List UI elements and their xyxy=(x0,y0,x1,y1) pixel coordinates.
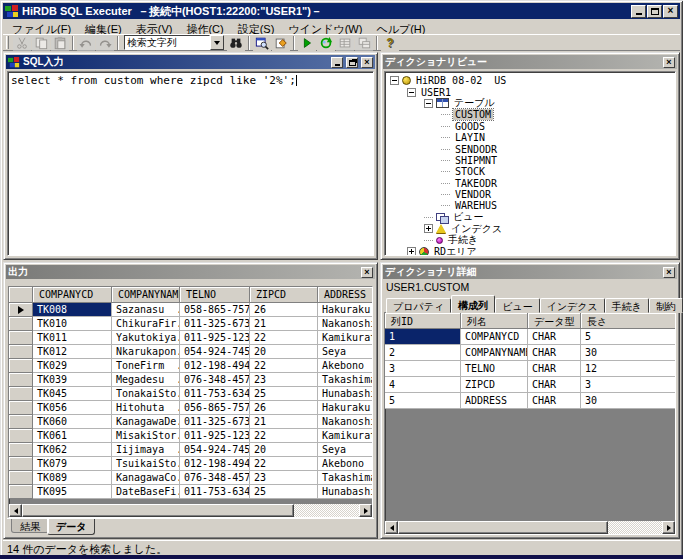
cell[interactable]: CHAR xyxy=(528,377,581,393)
tree-item-13[interactable]: インデクス xyxy=(385,223,675,234)
cell[interactable]: CHAR xyxy=(528,345,581,361)
cell[interactable]: 20 xyxy=(250,345,318,359)
cell[interactable]: Nkarukapon... xyxy=(112,345,180,359)
dictionary-detail-titlebar[interactable]: ディクショナリ詳細 × xyxy=(383,265,677,279)
cell[interactable]: Hunabashi xyxy=(318,485,372,499)
sql-close-button[interactable]: × xyxy=(361,57,373,68)
cell[interactable]: 22 xyxy=(250,457,318,471)
detail-tab-1[interactable]: 構成列 xyxy=(451,295,495,313)
cell[interactable]: Seya xyxy=(318,443,372,457)
cell[interactable]: TK045 xyxy=(33,387,112,401)
sql-restore-button[interactable] xyxy=(346,57,358,68)
output-titlebar[interactable]: 出力 × xyxy=(6,265,375,279)
cell[interactable]: ADDRESS xyxy=(461,393,528,409)
cell[interactable]: 054-924-7456 xyxy=(180,443,250,457)
cell[interactable]: 056-865-7570 xyxy=(180,401,250,415)
cell[interactable]: TK060 xyxy=(33,415,112,429)
menu-item-view[interactable]: 表示(V) xyxy=(129,21,180,34)
cell[interactable]: 076-348-4572 xyxy=(180,373,250,387)
output-close-button[interactable]: × xyxy=(361,267,373,278)
tab-result[interactable]: 結果 xyxy=(11,519,49,533)
collapse-icon[interactable] xyxy=(407,88,416,97)
cell[interactable]: 5 xyxy=(385,393,461,409)
cell[interactable]: Yakutokiya... xyxy=(112,331,180,345)
tree-item-7[interactable]: SHIPMNT xyxy=(385,155,675,166)
cell[interactable]: 12 xyxy=(581,361,675,377)
cell[interactable]: 23 xyxy=(250,373,318,387)
cell[interactable]: Megadesu ... xyxy=(112,373,180,387)
cell[interactable]: 2 xyxy=(385,345,461,361)
tree-item-11[interactable]: WAREHUS xyxy=(385,200,675,211)
scroll-thumb[interactable] xyxy=(22,504,294,517)
result-window-button[interactable] xyxy=(272,35,290,51)
cell[interactable]: TK012 xyxy=(33,345,112,359)
cell[interactable]: 058-865-7570 xyxy=(180,303,250,317)
collapse-icon[interactable] xyxy=(390,76,399,85)
scroll-thumb[interactable] xyxy=(398,521,608,534)
column-header-1[interactable]: 列名 xyxy=(461,313,528,329)
cell[interactable]: 3 xyxy=(581,377,675,393)
expand-icon[interactable] xyxy=(424,224,433,233)
toolbar-grip[interactable] xyxy=(6,36,9,49)
cell[interactable]: Hakuraku xyxy=(318,303,372,317)
column-header-0[interactable]: 列ID xyxy=(385,313,461,329)
row-selector[interactable] xyxy=(9,359,33,373)
cell[interactable]: 5 xyxy=(581,329,675,345)
cell[interactable]: MisakiStor... xyxy=(112,429,180,443)
cell[interactable]: ChikuraFir... xyxy=(112,317,180,331)
row-selector[interactable] xyxy=(9,401,33,415)
cell[interactable]: 011-925-1239 xyxy=(180,331,250,345)
cell[interactable]: Kamikurata xyxy=(318,429,372,443)
maximize-button[interactable] xyxy=(647,5,662,18)
cell[interactable]: Hunabashi xyxy=(318,387,372,401)
cell[interactable]: 012-198-4941 xyxy=(180,359,250,373)
cell[interactable]: 20 xyxy=(250,443,318,457)
column-header-zipcd[interactable]: ZIPCD xyxy=(250,287,318,303)
cell[interactable]: TsuikaiSto... xyxy=(112,457,180,471)
cell[interactable]: TK039 xyxy=(33,373,112,387)
scroll-left-button[interactable] xyxy=(385,521,398,534)
row-selector[interactable] xyxy=(9,317,33,331)
sql-window-button[interactable] xyxy=(253,35,271,51)
sql-minimize-button[interactable] xyxy=(331,57,343,68)
menu-item-edit[interactable]: 編集(E) xyxy=(78,21,129,34)
cell[interactable]: 011-753-6342 xyxy=(180,387,250,401)
tree-item-5[interactable]: LAYIN xyxy=(385,132,675,143)
cell[interactable]: TK056 xyxy=(33,401,112,415)
cell[interactable]: CHAR xyxy=(528,329,581,345)
cell[interactable]: 26 xyxy=(250,401,318,415)
cell[interactable]: TK010 xyxy=(33,317,112,331)
refresh-button[interactable] xyxy=(317,35,335,51)
cell[interactable]: TK011 xyxy=(33,331,112,345)
menu-item-help[interactable]: ヘルプ(H) xyxy=(369,21,432,34)
cell[interactable]: Kamikurata xyxy=(318,331,372,345)
scroll-right-button[interactable] xyxy=(359,504,372,517)
row-selector[interactable] xyxy=(9,457,33,471)
sql-editor[interactable]: select * from custom where zipcd like '2… xyxy=(7,71,374,256)
cell[interactable]: TK061 xyxy=(33,429,112,443)
detail-tab-5[interactable]: 制約 xyxy=(649,298,683,313)
cell[interactable]: 21 xyxy=(250,317,318,331)
cell[interactable]: Hakuraku xyxy=(318,401,372,415)
minimize-button[interactable] xyxy=(631,5,646,18)
cell[interactable]: 22 xyxy=(250,359,318,373)
tree-item-3[interactable]: CUSTOM xyxy=(385,109,675,120)
dictionary-detail-close-button[interactable]: × xyxy=(663,267,675,278)
tree-item-15[interactable]: RDエリア xyxy=(385,246,675,256)
cell[interactable]: CHAR xyxy=(528,361,581,377)
cell[interactable]: 22 xyxy=(250,429,318,443)
cell[interactable]: 25 xyxy=(250,485,318,499)
row-selector[interactable] xyxy=(9,387,33,401)
column-header-3[interactable]: 長さ xyxy=(581,313,675,329)
tree-item-10[interactable]: VENDOR xyxy=(385,189,675,200)
tree-item-12[interactable]: ビュー xyxy=(385,212,675,223)
tab-data[interactable]: データ xyxy=(47,519,95,535)
search-input[interactable] xyxy=(124,35,210,50)
close-button[interactable]: × xyxy=(663,5,678,18)
menu-item-window[interactable]: ウインドウ(W) xyxy=(281,21,369,34)
cell[interactable]: TK062 xyxy=(33,443,112,457)
scroll-track[interactable] xyxy=(608,521,662,534)
cell[interactable]: Akebono xyxy=(318,359,372,373)
tree-item-1[interactable]: USER1 xyxy=(385,86,675,97)
cell[interactable]: 21 xyxy=(250,415,318,429)
